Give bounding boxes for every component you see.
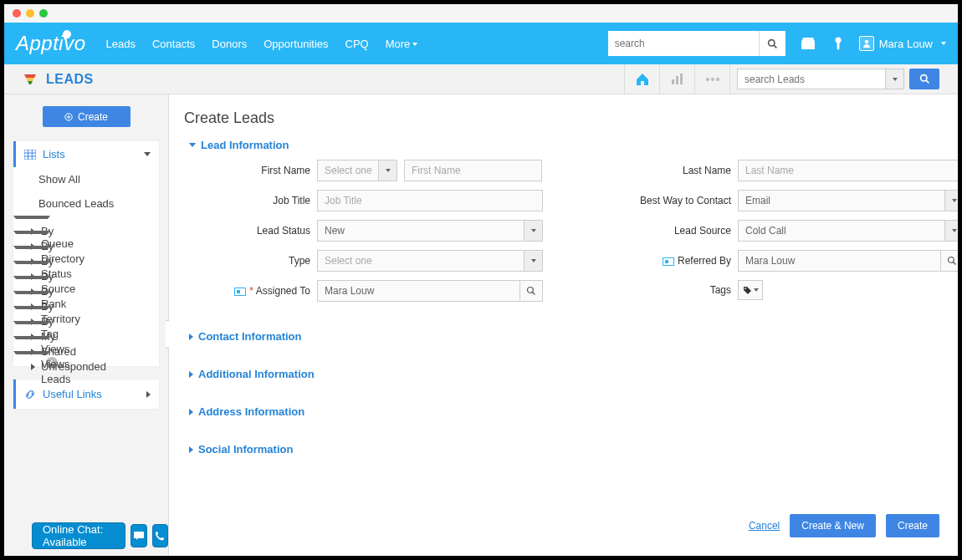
section-lead-information-label: Lead Information: [201, 139, 289, 151]
svg-point-15: [716, 78, 719, 81]
chevron-down-icon: [144, 152, 151, 156]
phone-icon: [155, 531, 165, 541]
chart-view-button[interactable]: [659, 64, 694, 94]
section-additional-information[interactable]: Additional Information: [189, 368, 938, 380]
nav-donors[interactable]: Donors: [212, 38, 247, 50]
section-additional-information-label: Additional Information: [198, 368, 315, 380]
svg-rect-26: [134, 532, 144, 538]
create-button[interactable]: Create: [43, 106, 130, 127]
home-button[interactable]: [624, 64, 659, 94]
cancel-link[interactable]: Cancel: [749, 520, 780, 532]
tags-add-button[interactable]: [738, 280, 763, 300]
last-name-input[interactable]: Last Name: [738, 160, 958, 181]
svg-rect-12: [680, 74, 683, 84]
module-search-input[interactable]: [737, 69, 904, 89]
maximize-dot[interactable]: [39, 9, 48, 18]
label-lead-source: Lead Source: [610, 225, 731, 237]
search-icon: [947, 256, 957, 266]
label-first-name: First Name: [189, 165, 310, 176]
sidebar-item-by-tag[interactable]: By Tag: [13, 306, 50, 321]
assigned-to-lookup-button[interactable]: [519, 280, 543, 302]
sidebar-lists-label: Lists: [43, 148, 144, 160]
user-menu[interactable]: Mara Louw: [859, 36, 946, 51]
job-title-input[interactable]: Job Title: [317, 190, 543, 211]
sidebar-item-by-status[interactable]: By Status: [13, 246, 50, 261]
sidebar-lists-header[interactable]: Lists: [13, 141, 159, 167]
sidebar-useful-links[interactable]: Useful Links: [13, 379, 160, 410]
notifications-icon[interactable]: [831, 36, 846, 51]
sidebar-item-by-directory[interactable]: By Directory: [13, 231, 50, 246]
form-right-column: Last Name Last Name Best Way to Contact …: [610, 160, 958, 302]
svg-rect-4: [837, 42, 839, 48]
card-icon: [663, 257, 674, 266]
sidebar-item-by-territory[interactable]: By Territory: [13, 291, 50, 306]
section-contact-information[interactable]: Contact Information: [189, 330, 938, 343]
chevron-right-icon: [189, 446, 193, 453]
referred-by-lookup-button[interactable]: [940, 250, 958, 272]
section-social-information[interactable]: Social Information: [189, 443, 938, 456]
svg-marker-8: [26, 78, 34, 81]
chat-widget: Online Chat: Available: [32, 522, 168, 549]
create-and-new-button[interactable]: Create & New: [790, 514, 876, 537]
create-submit-button[interactable]: Create: [886, 514, 939, 537]
sidebar-item-by-source[interactable]: By Source: [13, 261, 50, 276]
type-select[interactable]: Select one: [317, 250, 543, 272]
svg-line-17: [926, 80, 929, 83]
svg-line-29: [533, 293, 535, 295]
lead-status-value: New: [325, 225, 345, 237]
assigned-to-input[interactable]: Mara Louw: [317, 280, 519, 302]
nav-more[interactable]: More: [386, 38, 418, 50]
sidebar-item-show-all[interactable]: Show All: [13, 167, 159, 191]
svg-point-28: [528, 288, 534, 293]
svg-line-1: [774, 45, 776, 48]
section-address-information[interactable]: Address Information: [189, 405, 938, 418]
funnel-icon: [23, 72, 38, 87]
first-name-input[interactable]: First Name: [404, 160, 542, 181]
svg-point-30: [949, 257, 954, 263]
chevron-down-icon: [189, 143, 196, 147]
lead-status-select[interactable]: New: [317, 220, 543, 242]
chat-phone-button[interactable]: [152, 524, 169, 547]
salutation-select[interactable]: Select one: [317, 160, 397, 181]
label-referred-by: Referred By: [610, 255, 731, 267]
svg-marker-9: [28, 81, 33, 84]
referred-by-input[interactable]: Mara Louw: [738, 250, 940, 272]
label-assigned-to: *Assigned To: [189, 285, 310, 297]
global-search-input[interactable]: [608, 31, 759, 56]
tag-icon: [743, 286, 752, 295]
svg-rect-10: [672, 79, 674, 84]
chevron-down-icon: [952, 229, 957, 232]
chat-status-button[interactable]: Online Chat: Available: [32, 522, 125, 549]
window-controls: [13, 9, 48, 18]
sidebar-item-unresponded-leads[interactable]: Unresponded Leads: [13, 351, 50, 366]
nav-opportunities[interactable]: Opportunities: [264, 38, 328, 50]
global-search-button[interactable]: [759, 31, 785, 56]
chat-message-button[interactable]: [130, 524, 147, 547]
footer-actions: Cancel Create & New Create: [749, 514, 939, 537]
best-way-select[interactable]: Email: [738, 190, 958, 211]
lead-source-select[interactable]: Cold Call: [738, 220, 958, 242]
sidebar-item-by-rank[interactable]: By Rank: [13, 276, 50, 291]
link-icon: [24, 389, 36, 400]
sidebar-item-bounced-leads[interactable]: Bounced Leads: [13, 191, 159, 216]
sidebar-item-shared-views[interactable]: Shared Views: [13, 336, 50, 351]
nav-leads[interactable]: Leads: [106, 38, 136, 50]
module-search-button[interactable]: [909, 69, 939, 89]
nav-contacts[interactable]: Contacts: [152, 38, 195, 50]
chevron-down-icon: [754, 288, 759, 292]
sidebar: Create Lists Show AllBounced LeadsBy Que…: [4, 94, 169, 556]
store-icon[interactable]: [801, 36, 816, 51]
sidebar-item-my-views[interactable]: My Views+: [13, 321, 50, 336]
svg-rect-21: [24, 150, 36, 160]
section-lead-information[interactable]: Lead Information: [189, 139, 938, 151]
minimize-dot[interactable]: [26, 9, 34, 18]
module-search-dropdown[interactable]: [885, 69, 903, 89]
nav-cpq[interactable]: CPQ: [345, 38, 369, 50]
svg-rect-11: [676, 76, 678, 84]
svg-point-6: [864, 40, 867, 43]
close-dot[interactable]: [13, 9, 21, 18]
sidebar-item-by-queue[interactable]: By Queue: [13, 216, 50, 231]
section-social-information-label: Social Information: [198, 443, 293, 456]
brand-logo[interactable]: Apptivo: [4, 32, 100, 55]
more-options-button[interactable]: [694, 64, 729, 94]
